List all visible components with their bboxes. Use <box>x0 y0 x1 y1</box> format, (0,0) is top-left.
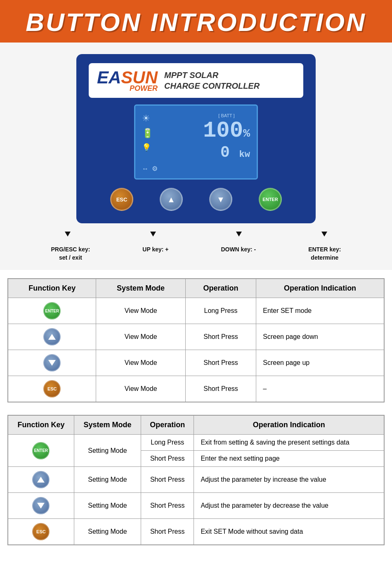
table-row: ENTER Setting Mode Long Press Exit from … <box>8 435 384 451</box>
mode-cell: View Mode <box>96 298 185 324</box>
subtitle-line1: MPPT SOLAR <box>164 70 260 80</box>
down-triangle-icon: ▼ <box>217 195 225 204</box>
table-row: View Mode Short Press Screen page down <box>8 324 384 350</box>
indication-cell2: Exit from setting & saving the present s… <box>194 435 384 451</box>
col2-system-mode: System Mode <box>74 415 141 435</box>
table-row: ESC View Mode Short Press – <box>8 376 384 402</box>
indication-cell: Enter SET mode <box>256 298 384 324</box>
up-key-label: UP key: + <box>142 246 168 262</box>
table-row: Setting Mode Short Press Adjust the para… <box>8 467 384 493</box>
operation-cell3: Short Press <box>141 467 194 493</box>
indication-cell4: Adjust the parameter by decrease the val… <box>194 493 384 519</box>
bulb-icon: 💡 <box>142 143 153 152</box>
key-cell-down2 <box>8 493 74 519</box>
table-1: Function Key System Mode Operation Opera… <box>7 278 385 402</box>
device-illustration: EASUN POWER MPPT SOLAR CHARGE CONTROLLER… <box>0 43 392 227</box>
triangle-up-icon <box>48 334 56 340</box>
table-row: ESC Setting Mode Short Press Exit SET Mo… <box>8 519 384 545</box>
mode-cell3: Setting Mode <box>74 467 141 493</box>
brand-logo: EASUN POWER <box>97 69 158 92</box>
down-key-label: DOWN key: - <box>221 246 256 262</box>
operation-cell2: Long Press <box>141 435 194 451</box>
col-function-key: Function Key <box>8 279 96 298</box>
up-triangle-icon: ▲ <box>167 195 175 204</box>
table-row: Setting Mode Short Press Adjust the para… <box>8 493 384 519</box>
key-cell-enter: ENTER <box>8 298 96 324</box>
esc-btn-icon2: ESC <box>32 523 50 540</box>
enter-arrow-down-icon <box>321 232 327 237</box>
operation-cell4: Short Press <box>141 493 194 519</box>
brand-subtitle: MPPT SOLAR CHARGE CONTROLLER <box>164 70 260 91</box>
key-cell-esc: ESC <box>8 376 96 402</box>
col2-function-key: Function Key <box>8 415 74 435</box>
indication-cell2b: Enter the next setting page <box>194 451 384 467</box>
operation-cell: Long Press <box>185 298 256 324</box>
tables-section: Function Key System Mode Operation Opera… <box>0 270 392 570</box>
esc-label: ESC <box>116 196 128 203</box>
enter-label: ENTER <box>262 197 278 202</box>
table-2: Function Key System Mode Operation Opera… <box>7 415 385 545</box>
col-operation: Operation <box>185 279 256 298</box>
arrow-icon: ↔ <box>142 165 149 173</box>
enter-btn-icon: ENTER <box>43 302 61 319</box>
up-btn-icon2 <box>32 471 50 488</box>
sun-icon: ☀ <box>142 113 153 124</box>
esc-arrow-down-icon <box>65 232 71 237</box>
key-arrows-row <box>0 227 392 240</box>
col2-operation-indication: Operation Indication <box>194 415 384 435</box>
logo-ea: EA <box>97 68 121 87</box>
lcd-left-icons: ☀ 🔋 💡 <box>142 113 153 152</box>
table2-header-row: Function Key System Mode Operation Opera… <box>8 415 384 435</box>
batt-label: [ BATT ] <box>203 113 250 118</box>
enter-button: ENTER <box>259 188 282 211</box>
operation-cell: Short Press <box>185 324 256 350</box>
operation-cell5: Short Press <box>141 519 194 545</box>
mode-cell5: Setting Mode <box>74 519 141 545</box>
triangle-down-icon <box>48 360 56 366</box>
mode-cell: View Mode <box>96 376 185 402</box>
key-cell-down <box>8 350 96 376</box>
subtitle-line2: CHARGE CONTROLLER <box>164 80 260 91</box>
up-btn-icon <box>43 328 61 345</box>
indication-cell3: Adjust the parameter by increase the val… <box>194 467 384 493</box>
mode-cell: View Mode <box>96 324 185 350</box>
page-title: BUTTON INTRODUCTION <box>0 7 392 37</box>
lcd-center: [ BATT ] 100% 0 kw <box>203 113 250 161</box>
down-btn-icon2 <box>32 497 50 514</box>
page-header: BUTTON INTRODUCTION <box>0 0 392 43</box>
operation-cell2b: Short Press <box>141 451 194 467</box>
indication-cell5: Exit SET Mode without saving data <box>194 519 384 545</box>
down-button: ▼ <box>209 188 232 211</box>
indication-cell: Screen page up <box>256 350 384 376</box>
device-card: EASUN POWER MPPT SOLAR CHARGE CONTROLLER… <box>76 54 316 223</box>
prg-esc-label: PRG/ESC key: set / exit <box>51 246 90 262</box>
down-btn-icon <box>43 354 61 372</box>
battery-icon: 🔋 <box>142 128 153 139</box>
lcd-kw: 0 kw <box>203 144 250 161</box>
indication-cell: Screen page down <box>256 324 384 350</box>
lcd-bottom-icons: ↔ ⚙ <box>142 165 250 173</box>
key-cell-up2 <box>8 467 74 493</box>
down-arrow-down-icon <box>236 232 242 237</box>
table1-header-row: Function Key System Mode Operation Opera… <box>8 279 384 298</box>
mode-cell2: Setting Mode <box>74 435 141 467</box>
key-cell-up <box>8 324 96 350</box>
col-operation-indication: Operation Indication <box>256 279 384 298</box>
lcd-screen: ☀ 🔋 💡 [ BATT ] 100% 0 kw ↔ ⚙ <box>134 104 258 180</box>
table-row: View Mode Short Press Screen page up <box>8 350 384 376</box>
table-row: ENTER View Mode Long Press Enter SET mod… <box>8 298 384 324</box>
esc-button: ESC <box>110 188 133 211</box>
operation-cell: Short Press <box>185 376 256 402</box>
key-labels-row: PRG/ESC key: set / exit UP key: + DOWN k… <box>0 240 392 270</box>
operation-cell: Short Press <box>185 350 256 376</box>
mode-cell4: Setting Mode <box>74 493 141 519</box>
up-button: ▲ <box>160 188 183 211</box>
up-arrow-down-icon <box>150 232 156 237</box>
key-cell-esc2: ESC <box>8 519 74 545</box>
gear-icon: ⚙ <box>152 165 158 173</box>
enter-key-label: ENTER key: determine <box>308 246 341 262</box>
hardware-buttons-row: ESC ▲ ▼ ENTER <box>89 188 303 211</box>
brand-area: EASUN POWER MPPT SOLAR CHARGE CONTROLLER <box>89 63 303 98</box>
col-system-mode: System Mode <box>96 279 185 298</box>
indication-cell: – <box>256 376 384 402</box>
